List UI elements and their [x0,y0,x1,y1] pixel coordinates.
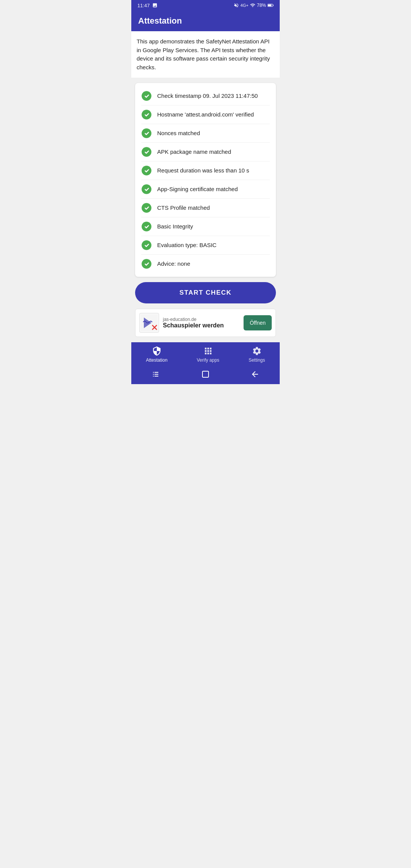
signal-icon [250,3,255,8]
check-passed-icon [141,128,152,139]
check-item-label: APK package name matched [157,148,231,156]
status-right: 4G+ 78% [234,3,274,8]
check-item: Check timestamp 09. Jul 2023 11:47:50 [141,87,270,105]
check-item-label: Basic Integrity [157,223,193,230]
svg-rect-17 [202,371,209,377]
battery-percent: 78% [257,3,266,8]
check-item-label: CTS Profile matched [157,204,210,212]
check-item-label: App-Signing certificate matched [157,185,238,193]
bottom-nav: Attestation Verify apps Settings [131,342,280,366]
status-left: 11:47 [137,3,158,8]
check-item: Basic Integrity [141,217,270,236]
check-passed-icon [141,165,152,176]
ad-banner: jas-education.de Schauspieler werden Öff… [135,309,276,337]
check-passed-icon [141,109,152,120]
check-passed-icon [141,240,152,251]
status-time: 11:47 [137,3,150,8]
svg-point-4 [142,110,151,120]
battery-icon [268,3,274,8]
check-item-label: Request duration was less than 10 s [157,167,249,174]
check-item: Advice: none [141,255,270,273]
nav-item-verify-apps[interactable]: Verify apps [197,346,219,363]
nav-item-settings[interactable]: Settings [249,346,265,363]
svg-point-10 [142,222,151,231]
svg-rect-1 [273,5,273,6]
check-item-label: Advice: none [157,260,190,268]
main-content: Check timestamp 09. Jul 2023 11:47:50 Ho… [131,78,280,342]
check-item: Hostname 'attest.android.com' verified [141,105,270,124]
check-item-label: Evaluation type: BASIC [157,241,217,249]
app-bar: Attestation [131,11,280,31]
ad-title: Schauspieler werden [163,322,240,329]
check-item-label: Hostname 'attest.android.com' verified [157,111,254,118]
nav-label-verify-apps: Verify apps [197,357,219,363]
mute-icon [234,3,239,8]
svg-rect-2 [268,5,271,6]
home-icon[interactable] [201,370,210,379]
svg-point-6 [142,147,151,157]
check-passed-icon [141,147,152,157]
check-passed-icon [141,221,152,232]
nav-item-attestation[interactable]: Attestation [146,346,167,363]
ad-open-button[interactable]: Öffnen [244,315,272,330]
ad-text: jas-education.de Schauspieler werden [163,317,240,329]
page-title: Attestation [138,16,273,26]
ad-logo [139,313,159,333]
settings-icon [252,346,262,356]
shield-icon [152,346,162,356]
check-passed-icon [141,184,152,195]
svg-point-12 [142,259,151,269]
check-item: CTS Profile matched [141,199,270,217]
ad-logo-image [141,314,158,331]
android-nav-bar [131,366,280,384]
check-passed-icon [141,203,152,213]
svg-point-3 [142,91,151,101]
back-icon[interactable] [250,370,260,379]
network-type: 4G+ [241,3,249,8]
check-item: Request duration was less than 10 s [141,161,270,180]
check-item-label: Check timestamp 09. Jul 2023 11:47:50 [157,92,258,100]
check-item: APK package name matched [141,143,270,161]
status-bar: 11:47 4G+ 78% [131,0,280,11]
svg-point-7 [142,166,151,176]
svg-point-8 [142,184,151,194]
app-description: This app demonstrates the SafetyNet Atte… [131,31,280,78]
ad-domain: jas-education.de [163,317,240,322]
photo-icon [152,3,158,8]
check-item-label: Nonces matched [157,129,200,137]
results-card: Check timestamp 09. Jul 2023 11:47:50 Ho… [135,83,276,277]
nav-label-settings: Settings [249,357,265,363]
nav-label-attestation: Attestation [146,357,167,363]
svg-point-11 [142,240,151,250]
check-item: Nonces matched [141,124,270,143]
check-passed-icon [141,91,152,101]
start-check-button[interactable]: START CHECK [135,282,276,303]
svg-point-9 [142,203,151,213]
check-item: App-Signing certificate matched [141,180,270,199]
check-passed-icon [141,258,152,269]
recents-icon[interactable] [151,370,161,379]
svg-point-5 [142,128,151,138]
grid-icon [203,346,213,356]
check-item: Evaluation type: BASIC [141,236,270,255]
